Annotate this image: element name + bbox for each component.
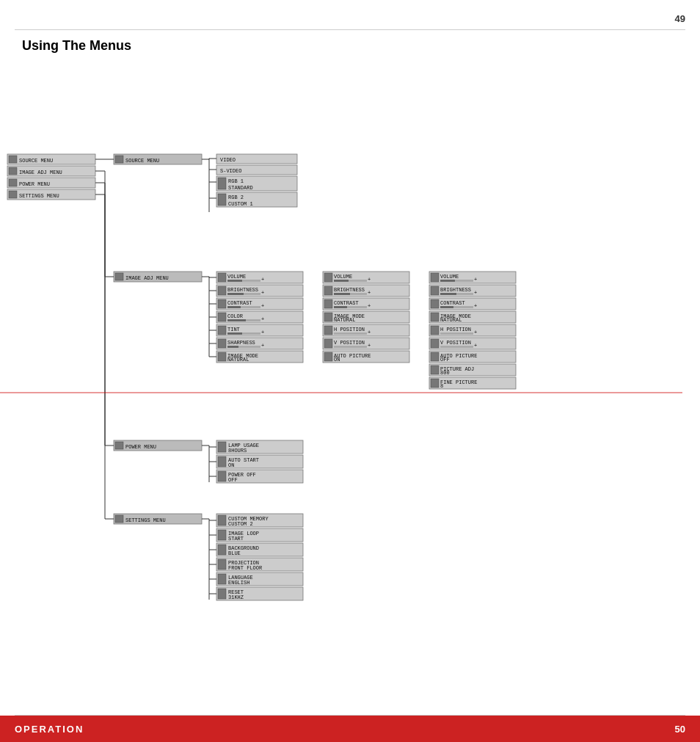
svg-text:START: START: [228, 536, 244, 542]
svg-rect-147: [431, 326, 439, 335]
page-number-bottom: 50: [675, 724, 685, 735]
svg-rect-92: [334, 280, 349, 282]
svg-text:RGB 1: RGB 1: [228, 178, 244, 184]
svg-text:VIDEO: VIDEO: [220, 157, 236, 163]
svg-text:+: +: [474, 303, 477, 309]
svg-rect-177: [218, 471, 226, 481]
svg-text:RGB 2: RGB 2: [228, 194, 244, 200]
svg-text:OFF: OFF: [228, 477, 238, 483]
svg-text:ENGLISH: ENGLISH: [228, 580, 249, 586]
svg-text:+: +: [261, 290, 264, 296]
svg-rect-154: [440, 346, 473, 348]
svg-rect-30: [218, 178, 226, 189]
svg-rect-10: [9, 191, 17, 198]
svg-text:CONTRAST: CONTRAST: [227, 300, 252, 306]
svg-text:+: +: [261, 343, 264, 349]
page-title: Using The Menus: [22, 38, 131, 54]
svg-text:TINT: TINT: [227, 327, 240, 332]
svg-rect-118: [334, 346, 367, 348]
svg-rect-13: [115, 156, 123, 163]
svg-rect-104: [334, 306, 347, 308]
svg-rect-113: [334, 332, 367, 335]
svg-text:ON: ON: [228, 462, 234, 468]
svg-rect-116: [324, 339, 332, 348]
svg-rect-125: [431, 273, 439, 282]
svg-text:+: +: [474, 330, 477, 335]
svg-text:SOURCE MENU: SOURCE MENU: [19, 158, 53, 164]
svg-text:V POSITION: V POSITION: [440, 340, 471, 346]
svg-rect-4: [9, 167, 17, 175]
svg-text:VOLUME: VOLUME: [227, 274, 246, 280]
svg-text:POWER MENU: POWER MENU: [19, 181, 50, 187]
svg-rect-157: [431, 352, 439, 361]
svg-text:BRIGHTNESS: BRIGHTNESS: [440, 287, 471, 293]
svg-text:CUSTOM 1: CUSTOM 1: [228, 201, 253, 207]
svg-rect-69: [227, 332, 242, 335]
svg-rect-72: [218, 339, 226, 348]
svg-text:S-VIDEO: S-VIDEO: [220, 168, 241, 174]
svg-text:ON: ON: [334, 357, 340, 363]
svg-text:8HOURS: 8HOURS: [228, 448, 247, 454]
svg-text:SETTINGS MENU: SETTINGS MENU: [125, 517, 166, 523]
svg-text:+: +: [368, 277, 371, 283]
svg-rect-98: [334, 293, 350, 295]
svg-rect-42: [218, 273, 226, 282]
svg-rect-200: [218, 574, 226, 584]
svg-rect-95: [324, 286, 332, 295]
svg-rect-60: [218, 313, 226, 321]
svg-rect-66: [218, 326, 226, 335]
svg-rect-1: [9, 156, 17, 163]
svg-rect-140: [440, 306, 453, 308]
svg-rect-22: [115, 515, 123, 523]
svg-text:VOLUME: VOLUME: [440, 274, 459, 280]
svg-rect-169: [218, 442, 226, 452]
svg-rect-7: [9, 179, 17, 186]
page-number-top: 49: [675, 13, 685, 24]
svg-text:+: +: [474, 290, 477, 296]
svg-text:+: +: [474, 343, 477, 349]
svg-rect-192: [218, 545, 226, 555]
svg-text:CONTRAST: CONTRAST: [334, 300, 359, 306]
svg-text:+: +: [261, 303, 264, 309]
svg-rect-34: [218, 194, 226, 205]
svg-rect-134: [440, 293, 456, 295]
svg-rect-204: [218, 589, 226, 599]
svg-text:BRIGHTNESS: BRIGHTNESS: [227, 287, 258, 293]
svg-rect-57: [227, 306, 241, 308]
footer-label: OPERATION: [15, 724, 84, 735]
svg-rect-45: [227, 280, 242, 282]
svg-rect-51: [227, 293, 244, 295]
svg-rect-196: [218, 559, 226, 570]
svg-rect-149: [440, 332, 473, 335]
svg-rect-107: [324, 313, 332, 321]
svg-rect-101: [324, 299, 332, 308]
svg-rect-48: [218, 286, 226, 295]
svg-text:+: +: [261, 330, 264, 335]
svg-text:IMAGE ADJ MENU: IMAGE ADJ MENU: [19, 170, 62, 175]
svg-text:CUSTOM 2: CUSTOM 2: [228, 521, 253, 527]
svg-text:BLUE: BLUE: [228, 550, 241, 556]
svg-text:+: +: [368, 343, 371, 349]
svg-rect-121: [324, 352, 332, 361]
svg-rect-188: [218, 530, 226, 540]
svg-rect-152: [431, 339, 439, 348]
svg-text:OFF: OFF: [440, 357, 450, 363]
svg-rect-16: [115, 273, 123, 280]
svg-rect-165: [431, 379, 439, 388]
svg-text:POWER MENU: POWER MENU: [125, 444, 156, 450]
svg-text:FINE PICTURE: FINE PICTURE: [440, 379, 477, 385]
svg-text:+: +: [261, 316, 264, 322]
svg-text:+: +: [261, 277, 264, 283]
svg-text:H POSITION: H POSITION: [334, 327, 365, 332]
svg-rect-75: [227, 346, 238, 348]
svg-text:8: 8: [440, 383, 443, 389]
svg-text:NATURAL: NATURAL: [227, 357, 249, 363]
footer-bar: OPERATION 50: [0, 716, 700, 742]
svg-text:NATURAL: NATURAL: [334, 317, 355, 323]
svg-text:SOURCE MENU: SOURCE MENU: [125, 158, 159, 164]
svg-rect-19: [115, 442, 123, 449]
svg-rect-111: [324, 326, 332, 335]
svg-text:800: 800: [440, 370, 450, 376]
svg-text:V POSITION: V POSITION: [334, 340, 365, 346]
svg-text:COLOR: COLOR: [227, 313, 244, 319]
